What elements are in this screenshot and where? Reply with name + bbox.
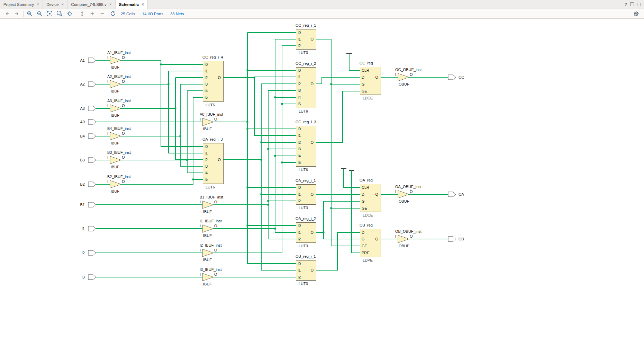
port-I2[interactable]: I2 bbox=[82, 250, 96, 255]
cell-OC_reg_i_4[interactable]: I0I1I2I3I4I5OOC_reg_i_4LUT6 bbox=[202, 55, 223, 107]
close-icon[interactable]: × bbox=[142, 2, 144, 7]
cell-B1_IBUF_inst[interactable]: IOB1_IBUF_instIBUF bbox=[200, 195, 223, 214]
port-label: OC bbox=[459, 75, 464, 79]
cell-OC_OBUF_inst[interactable]: IOOC_OBUF_instOBUF bbox=[395, 68, 421, 86]
cell-OB_reg[interactable]: DGGEPREQOB_regLDPE bbox=[360, 223, 381, 262]
net-const_OA_CLR[interactable] bbox=[341, 169, 360, 187]
cell-I3_IBUF_inst[interactable]: IOI3_IBUF_instIBUF bbox=[200, 267, 222, 286]
cell-I1_IBUF_inst[interactable]: IOI1_IBUF_instIBUF bbox=[200, 219, 222, 238]
net-A2_IBUF[interactable] bbox=[121, 71, 203, 153]
tab-device[interactable]: Device × bbox=[43, 0, 67, 9]
close-icon[interactable]: × bbox=[109, 2, 112, 7]
port-I3[interactable]: I3 bbox=[82, 275, 96, 280]
port-A2[interactable]: A2 bbox=[80, 82, 96, 87]
maximize-icon[interactable] bbox=[637, 3, 641, 6]
cell-B4_IBUF_inst[interactable]: IOB4_IBUF_instIBUF bbox=[107, 126, 131, 145]
cell-type-label: IBUF bbox=[203, 282, 212, 286]
net-OA_reg_i_2_O[interactable] bbox=[316, 201, 360, 239]
cell-OC_reg_i_3[interactable]: I0I1I2I3I4I5OOC_reg_i_3LUT6 bbox=[296, 120, 316, 172]
zoom-fit-button[interactable] bbox=[45, 10, 55, 18]
port-A1[interactable]: A1 bbox=[80, 58, 96, 63]
net-A3_IBUF[interactable] bbox=[121, 78, 203, 160]
zoom-in-icon bbox=[27, 11, 33, 17]
pin-label: I bbox=[200, 272, 201, 276]
back-button[interactable] bbox=[2, 10, 12, 18]
cell-OB_reg_i_1[interactable]: I0I1I2OOB_reg_i_1LUT3 bbox=[296, 254, 316, 286]
zoom-out-button[interactable] bbox=[35, 10, 45, 18]
port-I1[interactable]: I1 bbox=[82, 226, 96, 231]
cell-OA_reg_i_3[interactable]: I0I1I2I3I4I5OOA_reg_i_3LUT6 bbox=[202, 137, 223, 189]
net-OC_reg_i_4_O[interactable] bbox=[223, 77, 296, 136]
minus-button[interactable] bbox=[97, 10, 107, 18]
cell-A3_IBUF_inst[interactable]: IOA3_IBUF_instIBUF bbox=[107, 99, 131, 117]
plus-button[interactable] bbox=[87, 10, 97, 18]
cell-OC_reg_i_2[interactable]: I0I1I2I3I4I5OOC_reg_i_2LUT6 bbox=[296, 61, 316, 113]
cell-OC_reg_i_1[interactable]: I0I1I2OOC_reg_i_1LUT3 bbox=[296, 23, 316, 55]
net-A1_IBUF[interactable] bbox=[121, 60, 203, 147]
tab-compare-74ls85-v[interactable]: Compare_74LS85.v × bbox=[67, 0, 115, 9]
pin-label: D bbox=[362, 230, 364, 235]
net-OC_reg_i_3_O[interactable] bbox=[316, 91, 360, 142]
cell-B3_IBUF_inst[interactable]: IOB3_IBUF_instIBUF bbox=[107, 150, 131, 169]
cell-A1_IBUF_inst[interactable]: IOA1_IBUF_instIBUF bbox=[107, 51, 131, 69]
pin-label: I4 bbox=[298, 154, 301, 158]
port-B3[interactable]: B3 bbox=[80, 158, 96, 162]
port-B2[interactable]: B2 bbox=[80, 182, 96, 187]
net-OA_reg_i_3_O[interactable] bbox=[223, 84, 296, 270]
close-icon[interactable]: × bbox=[61, 2, 64, 7]
cell-OC_reg[interactable]: CLRDGGEQOC_regLDCE bbox=[360, 61, 381, 100]
float-icon[interactable] bbox=[630, 2, 634, 6]
pin-label: I0 bbox=[298, 30, 301, 35]
port-B1[interactable]: B1 bbox=[80, 202, 96, 207]
net-const_OC_CLR[interactable] bbox=[346, 54, 360, 70]
cell-instance-label: OC_reg_i_1 bbox=[296, 23, 316, 27]
cell-A0_IBUF_inst[interactable]: IOA0_IBUF_instIBUF bbox=[200, 112, 223, 131]
tab-schematic[interactable]: Schematic × bbox=[116, 0, 148, 9]
net-OC_reg_i_2_O[interactable] bbox=[316, 77, 360, 84]
port-B4[interactable]: B4 bbox=[80, 134, 96, 139]
net-A0_IBUF[interactable] bbox=[214, 33, 296, 264]
net-B1_IBUF[interactable] bbox=[214, 90, 296, 239]
cell-OB_OBUF_inst[interactable]: IOOB_OBUF_instOBUF bbox=[395, 229, 421, 248]
settings-button[interactable] bbox=[631, 10, 641, 18]
port-A0[interactable]: A0 bbox=[80, 120, 96, 124]
net-B2_IBUF[interactable] bbox=[121, 97, 203, 184]
net-const_OB_PRE[interactable] bbox=[349, 170, 360, 253]
pin-label: I4 bbox=[205, 89, 208, 93]
zoom-fit-icon bbox=[47, 11, 53, 17]
cells-link[interactable]: 25 Cells bbox=[121, 12, 135, 16]
cell-OA_OBUF_inst[interactable]: IOOA_OBUF_instOBUF bbox=[395, 185, 421, 203]
cell-type-label: IBUF bbox=[111, 65, 119, 69]
refresh-button[interactable] bbox=[107, 10, 117, 18]
forward-button[interactable] bbox=[12, 10, 22, 18]
cell-instance-label: A1_IBUF_inst bbox=[107, 51, 131, 55]
port-OC[interactable]: OC bbox=[448, 75, 464, 80]
nets-link[interactable]: 38 Nets bbox=[170, 12, 184, 16]
help-icon[interactable]: ? bbox=[625, 2, 627, 7]
port-OA[interactable]: OA bbox=[448, 192, 464, 197]
expand-button[interactable] bbox=[77, 10, 87, 18]
autofit-button[interactable] bbox=[65, 10, 75, 18]
cell-OA_reg_i_2[interactable]: I0I1I2OOA_reg_i_2LUT3 bbox=[296, 216, 316, 248]
net-OB_reg_i_1_O[interactable] bbox=[316, 232, 360, 270]
cell-OA_reg[interactable]: CLRDGGEQOA_regLDCE bbox=[360, 178, 381, 217]
net-B3_IBUF[interactable] bbox=[121, 91, 203, 173]
close-icon[interactable]: × bbox=[37, 2, 39, 7]
io-ports-link[interactable]: 14 I/O Ports bbox=[142, 12, 163, 16]
cell-A2_IBUF_inst[interactable]: IOA2_IBUF_instIBUF bbox=[107, 74, 131, 93]
port-A3[interactable]: A3 bbox=[80, 106, 96, 111]
cell-type-label: OBUF bbox=[399, 244, 409, 248]
cell-type-label: LUT6 bbox=[299, 168, 308, 172]
cell-OA_reg_i_1[interactable]: I0I1I2OOA_reg_i_1LUT3 bbox=[296, 178, 316, 210]
schematic-canvas[interactable]: I0I1I2I3I4I5OOC_reg_i_4LUT6I0I1I2I3I4I5O… bbox=[0, 0, 644, 345]
cell-I2_IBUF_inst[interactable]: IOI2_IBUF_instIBUF bbox=[200, 243, 222, 262]
cell-type-label: IBUF bbox=[203, 258, 212, 262]
zoom-selection-button[interactable] bbox=[55, 10, 65, 18]
tab-project-summary[interactable]: Project Summary × bbox=[0, 0, 43, 9]
net-B4_IBUF[interactable] bbox=[121, 84, 203, 166]
port-OB[interactable]: OB bbox=[448, 237, 464, 241]
zoom-in-button[interactable] bbox=[25, 10, 35, 18]
cell-B2_IBUF_inst[interactable]: IOB2_IBUF_instIBUF bbox=[107, 175, 131, 193]
tab-label: Project Summary bbox=[3, 2, 34, 7]
net-I1_IBUF[interactable] bbox=[214, 39, 296, 232]
